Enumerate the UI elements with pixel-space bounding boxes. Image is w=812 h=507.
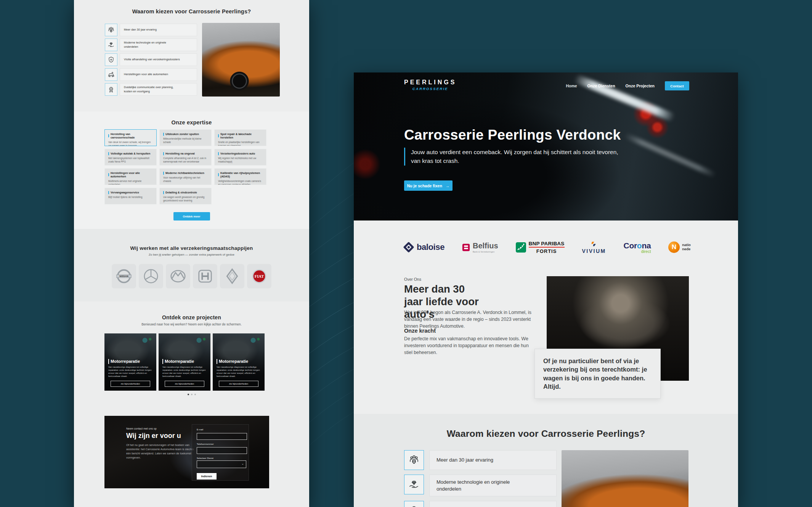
project-desc: Van nauwkeurige diagnoses tot volledige … — [108, 365, 152, 378]
bnp-paribas-fortis-logo: BNP PARIBAS FORTIS — [516, 241, 565, 254]
desktop-background: Waarom kiezen voor Carrosserie Peerlings… — [0, 0, 812, 507]
vivium-logo: VIVIUM — [582, 241, 606, 254]
belfius-icon — [462, 243, 470, 251]
expertise-card[interactable]: Verzekeringsdossiers auto Wij regelen he… — [214, 149, 266, 166]
submit-button[interactable]: Indienen — [197, 473, 217, 480]
feature-label: Meer dan 30 jaar ervaring — [436, 457, 493, 464]
expertise-card[interactable]: Moderne richtbanktechnieken Voor nauwkeu… — [159, 168, 212, 185]
about-subheading: Onze kracht — [404, 328, 436, 334]
project-title: Motorreparatie — [111, 359, 140, 364]
hero-section: PEERLINGS CARROSSERIE Home Onze Diensten… — [354, 72, 738, 221]
right-why-section: Waarom kiezen voor Carrosserie Peerlings… — [354, 414, 738, 507]
carousel-dot[interactable] — [191, 394, 193, 395]
expertise-card-title: Kalibratie van rijhulpsystemen (ADAS) — [220, 171, 263, 178]
carousel-dot[interactable] — [194, 394, 196, 395]
belfius-tagline: Bank & Verzekeringen — [473, 251, 498, 253]
chevron-down-icon: ⌄ — [241, 462, 244, 465]
expertise-card[interactable]: Detailing & eindcontrole Uw wagen wordt … — [159, 188, 212, 204]
left-projects-section: Ontdek onze projecten Benieuwd naar hoe … — [74, 301, 309, 406]
project-card[interactable]: Motorreparatie Van nauwkeurige diagnoses… — [159, 333, 210, 391]
belfius-logo: Belfius Bank & Verzekeringen — [462, 241, 498, 253]
expertise-card-desc: Multimerk-service met originele onderdel… — [108, 180, 153, 185]
project-desc: Van nauwkeurige diagnoses tot volledige … — [217, 365, 261, 378]
phone-label: Telefoonnummer — [197, 443, 244, 445]
email-field[interactable] — [197, 433, 247, 440]
phone-field[interactable] — [197, 447, 247, 454]
expertise-card-desc: Complete afhandeling van A tot Z, ook in… — [163, 157, 208, 163]
nav-item-home[interactable]: Home — [566, 84, 577, 88]
contact-body: Of het nu gaat om servicevragen of het b… — [126, 443, 197, 460]
about-strip: baloise Belfius Bank & Verzekeringen BNP… — [354, 221, 738, 414]
feature-label: Moderne technologie en originele onderde… — [124, 41, 181, 48]
projects-subheading: Benieuwd naar hoe wij werken? Neem een k… — [74, 322, 309, 326]
corona-o: o — [637, 241, 642, 250]
belfius-wordmark: Belfius — [473, 241, 498, 250]
bnp-wordmark: BNP PARIBAS — [529, 241, 565, 248]
expertise-card-desc: Blijf mobiel tijdens de herstelling — [108, 196, 153, 199]
expertise-card-desc: Snelle en plaatselijke herstellingen van… — [218, 141, 263, 146]
about-body-2: De perfecte mix van vakmanschap en innov… — [404, 336, 532, 356]
feature-row: Duidelijke communicatie over planning, k… — [105, 83, 197, 96]
corona-wordmark: Cor — [624, 241, 637, 250]
expertise-card-title: Herstelling na ongeval — [165, 152, 195, 155]
insurers-heading: Wij werken met alle verzekeringsmaatscha… — [74, 245, 309, 251]
nav-item-diensten[interactable]: Onze Diensten — [587, 84, 615, 88]
expertise-card[interactable]: Herstellingen voor alle automerken Multi… — [104, 168, 157, 185]
left-expertise-section: Onze expertise Herstelling van carrosser… — [74, 111, 309, 229]
service-select[interactable]: ⌄ — [197, 460, 246, 468]
car-brand-logos — [74, 264, 309, 288]
nn-text-line2: nede — [682, 247, 691, 251]
hero-cta-button[interactable]: Nu je schade fixen → — [404, 180, 453, 191]
expertise-card-desc: Uw wagen wordt gewassen en grondig gecon… — [163, 196, 208, 202]
project-card[interactable]: Motorreparatie Van nauwkeurige diagnoses… — [213, 333, 265, 391]
expertise-card[interactable]: Uitdeuken zonder spuiten Milieuvriendeli… — [159, 129, 212, 146]
discover-more-button[interactable]: Ontdek meer — [173, 212, 210, 221]
project-details-button[interactable]: zie bijzonderheden — [111, 381, 150, 387]
corona-direct-logo: Corona direct — [624, 241, 651, 254]
nationale-nederlanden-logo: N natio nede — [668, 241, 691, 253]
shield-icon — [105, 53, 117, 66]
feature-label: Meer dan 30 jaar ervaring — [124, 28, 157, 32]
nav-item-projecten[interactable]: Onze Projecten — [626, 84, 655, 88]
expertise-card-title: Detailing & eindcontrole — [165, 191, 197, 194]
bnp-icon — [516, 242, 526, 253]
expertise-card-title: Verzekeringsdossiers auto — [220, 152, 255, 155]
project-title: Motorreparatie — [219, 359, 248, 364]
expertise-card-title: Uitdeuken zonder spuiten — [165, 132, 199, 136]
expertise-card[interactable]: Vervangwagenservice Blijf mobiel tijdens… — [104, 188, 157, 204]
feature-row: Herstellingen voor alle automerken — [105, 68, 197, 81]
email-label: E-mail — [197, 428, 244, 431]
expertise-card[interactable]: Kalibratie van rijhulpsystemen (ADAS) Ve… — [214, 168, 266, 185]
carousel-dot-active[interactable] — [188, 394, 189, 395]
contact-label: Neem contact met ons op — [126, 427, 157, 430]
expertise-card-desc: Met lakmengsystemen van topkwaliteit zoa… — [108, 157, 153, 163]
fiat-logo — [247, 264, 271, 288]
fortis-wordmark: FORTIS — [529, 248, 565, 254]
feature-row: Meer dan 30 jaar ervaring — [404, 450, 557, 470]
vivium-icon — [590, 241, 598, 247]
mercedes-logo — [139, 264, 163, 288]
expertise-card-title: Herstelling van carrosserieschade — [111, 132, 153, 139]
project-details-button[interactable]: zie bijzonderheden — [219, 381, 258, 387]
expertise-grid: Herstelling van carrosserieschade Van de… — [104, 129, 267, 204]
corona-wordmark-end: na — [642, 241, 651, 250]
project-card[interactable]: Motorreparatie Van nauwkeurige diagnoses… — [104, 333, 156, 391]
hero-cta-label: Nu je schade fixen — [407, 183, 442, 188]
renault-logo — [220, 264, 244, 288]
expertise-card[interactable]: Volledige autolak & herspuiten Met lakme… — [104, 149, 157, 166]
expertise-card[interactable]: Herstelling van carrosserieschade Van de… — [104, 129, 157, 146]
workshop-car-photo-large — [562, 450, 688, 507]
quote-card: Of je nu particulier bent of via je verz… — [534, 349, 661, 399]
contact-nav-button[interactable]: Contact — [665, 81, 689, 90]
workshop-car-photo — [202, 23, 280, 97]
site-logo[interactable]: PEERLINGS CARROSSERIE — [404, 79, 456, 91]
left-why-section: Waarom kiezen voor Carrosserie Peerlings… — [74, 0, 309, 111]
expertise-card[interactable]: Spot repair & lakschade herstellen Snell… — [214, 129, 266, 146]
arrow-right-icon: → — [446, 183, 450, 188]
about-label: Over Ons — [404, 277, 421, 282]
expertise-card[interactable]: Herstelling na ongeval Complete afhandel… — [159, 149, 212, 166]
expertise-heading: Onze expertise — [74, 119, 309, 126]
feature-row: Moderne technologie en originele onderde… — [105, 39, 197, 51]
project-details-button[interactable]: zie bijzonderheden — [165, 381, 204, 387]
feature-row: Meer dan 30 jaar ervaring — [105, 24, 197, 36]
